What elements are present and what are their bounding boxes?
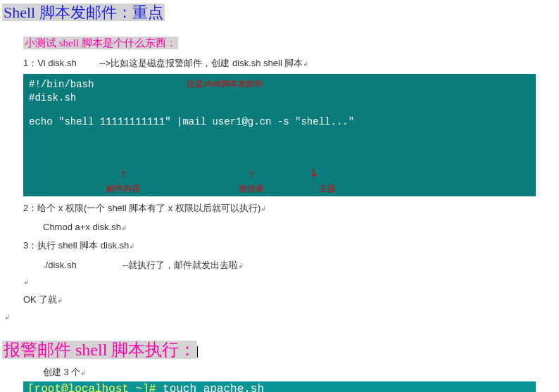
annotation-top: 这是shell脚本发邮件 bbox=[187, 78, 263, 90]
arrow-up-icon: ↑ bbox=[106, 168, 140, 181]
terminal-block: [root@localhost ~]# touch apache.sh [roo… bbox=[23, 381, 536, 392]
blank-line: ↲ bbox=[2, 276, 557, 286]
step-3-text: 3：执行 shell 脚本 disk.sh bbox=[23, 240, 129, 251]
code-line-3: echo "shell 11111111111" |mail user1@g.c… bbox=[29, 115, 530, 129]
create-line: 创建 3 个↲ bbox=[2, 366, 557, 379]
step-1: 1：Vi disk.sh -->比如这是磁盘报警邮件，创建 disk.sh sh… bbox=[2, 57, 557, 70]
code-line-2: #disk.sh bbox=[29, 91, 530, 106]
text-cursor-icon bbox=[197, 346, 201, 358]
annotation-2: ↑发给谁 bbox=[239, 168, 264, 196]
ok-text: OK 了就 bbox=[23, 294, 57, 305]
return-icon: ↲ bbox=[23, 278, 29, 286]
return-icon: ↲ bbox=[57, 296, 63, 304]
return-icon: ↲ bbox=[260, 205, 266, 213]
step-3b: ./disk.sh --就执行了，邮件就发出去啦↲ bbox=[2, 259, 557, 272]
step-1-prefix: 1：Vi disk.sh bbox=[23, 58, 77, 68]
annotation-3: 主题 bbox=[319, 182, 336, 196]
return-icon: ↲ bbox=[4, 313, 10, 321]
return-icon: ↲ bbox=[303, 60, 308, 68]
annotation-1: ↑邮件内容 bbox=[106, 168, 140, 196]
arrow-slant-icon: ↘ bbox=[303, 161, 324, 184]
code-line-1: #!/bin/bash bbox=[29, 78, 530, 92]
command-1: touch apache.sh bbox=[163, 383, 264, 392]
return-icon: ↲ bbox=[121, 224, 127, 232]
step-2-text: 2：给个 x 权限(一个 shell 脚本有了 x 权限以后就可以执行) bbox=[23, 203, 260, 213]
step-1-suffix: -->比如这是磁盘报警邮件，创建 disk.sh shell 脚本 bbox=[99, 58, 303, 68]
step-3: 3：执行 shell 脚本 disk.sh↲ bbox=[2, 239, 557, 252]
create-text: 创建 3 个 bbox=[43, 367, 80, 377]
step-2: 2：给个 x 权限(一个 shell 脚本有了 x 权限以后就可以执行)↲ bbox=[2, 202, 557, 215]
return-icon: ↲ bbox=[129, 242, 134, 250]
prompt: [root@localhost ~]# bbox=[27, 383, 156, 392]
heading-2: 报警邮件 shell 脚本执行： bbox=[2, 339, 557, 362]
step-3b-suffix: --就执行了，邮件就发出去啦 bbox=[123, 260, 239, 270]
return-icon: ↲ bbox=[238, 262, 244, 270]
heading-2-text: 报警邮件 shell 脚本执行： bbox=[2, 341, 197, 359]
terminal-line-1: [root@localhost ~]# touch apache.sh bbox=[25, 383, 534, 392]
step-2b-text: Chmod a+x disk.sh bbox=[43, 222, 121, 232]
code-block-1: #!/bin/bash #disk.sh echo "shell 1111111… bbox=[23, 74, 536, 196]
subtitle-1-text: 小测试 shell 脚本是个什么东西： bbox=[23, 37, 178, 49]
blank-line-2: ↲ bbox=[2, 310, 557, 322]
ok-line: OK 了就↲ bbox=[2, 293, 557, 306]
step-2b: Chmod a+x disk.sh↲ bbox=[2, 222, 557, 232]
return-icon: ↲ bbox=[80, 369, 86, 377]
heading-1: Shell 脚本发邮件：重点 bbox=[2, 2, 557, 24]
arrow-up-icon: ↑ bbox=[239, 168, 264, 181]
step-3b-prefix: ./disk.sh bbox=[43, 260, 77, 270]
heading-1-text: Shell 脚本发邮件：重点 bbox=[2, 4, 165, 21]
subtitle-1: 小测试 shell 脚本是个什么东西： bbox=[2, 37, 557, 50]
